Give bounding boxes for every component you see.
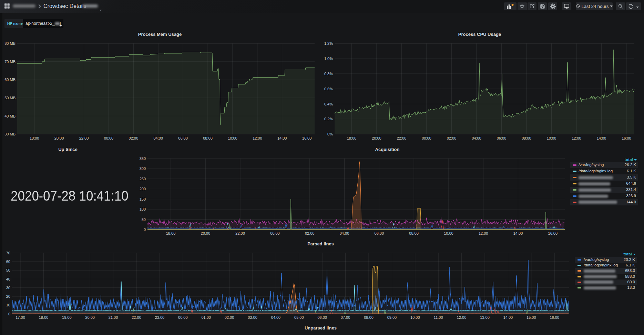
- svg-text:0.2%: 0.2%: [324, 117, 333, 121]
- svg-text:1.2%: 1.2%: [324, 41, 333, 45]
- svg-text:23:00: 23:00: [155, 315, 165, 319]
- svg-text:12:00: 12:00: [572, 136, 581, 140]
- svg-text:02:00: 02:00: [305, 231, 315, 235]
- svg-text:0.8%: 0.8%: [324, 72, 333, 76]
- svg-text:10:00: 10:00: [228, 136, 237, 140]
- svg-text:10:00: 10:00: [547, 136, 556, 140]
- svg-text:300: 300: [140, 166, 146, 171]
- svg-text:80 MB: 80 MB: [4, 41, 16, 45]
- svg-text:08:00: 08:00: [364, 315, 374, 319]
- svg-text:0.6%: 0.6%: [324, 87, 333, 91]
- svg-text:200: 200: [140, 187, 146, 191]
- svg-text:14:00: 14:00: [597, 136, 606, 140]
- svg-text:350: 350: [140, 156, 146, 161]
- svg-text:18:00: 18:00: [347, 136, 357, 140]
- svg-text:07:00: 07:00: [341, 315, 350, 319]
- svg-text:40 MB: 40 MB: [4, 114, 16, 118]
- svg-text:20:00: 20:00: [85, 315, 95, 319]
- svg-text:14:00: 14:00: [277, 136, 287, 140]
- svg-text:18:00: 18:00: [166, 231, 176, 235]
- svg-text:20: 20: [6, 294, 10, 298]
- svg-text:04:00: 04:00: [271, 315, 281, 319]
- svg-text:08:00: 08:00: [522, 136, 531, 140]
- svg-text:250: 250: [140, 177, 146, 181]
- svg-text:50: 50: [142, 217, 146, 222]
- svg-text:50 MB: 50 MB: [4, 96, 16, 100]
- svg-text:04:00: 04:00: [153, 136, 163, 140]
- svg-text:60 MB: 60 MB: [4, 78, 16, 82]
- svg-text:11:00: 11:00: [434, 315, 443, 319]
- svg-text:0: 0: [144, 227, 146, 232]
- svg-text:03:00: 03:00: [248, 315, 257, 319]
- svg-text:150: 150: [140, 197, 146, 201]
- svg-text:10: 10: [6, 303, 10, 307]
- svg-text:22:00: 22:00: [235, 231, 245, 235]
- svg-text:16:00: 16:00: [302, 136, 312, 140]
- svg-text:50: 50: [6, 268, 10, 272]
- svg-text:14:00: 14:00: [513, 231, 523, 235]
- svg-text:04:00: 04:00: [340, 231, 349, 235]
- svg-text:20:00: 20:00: [201, 231, 211, 235]
- svg-text:21:00: 21:00: [109, 315, 118, 319]
- svg-text:22:00: 22:00: [132, 315, 141, 319]
- svg-text:12:00: 12:00: [457, 315, 467, 319]
- svg-text:00:00: 00:00: [422, 136, 431, 140]
- svg-text:14:00: 14:00: [503, 315, 513, 319]
- svg-text:09:00: 09:00: [387, 315, 397, 319]
- svg-text:04:00: 04:00: [472, 136, 481, 140]
- svg-text:00:00: 00:00: [270, 231, 280, 235]
- svg-text:08:00: 08:00: [409, 231, 419, 235]
- svg-text:08:00: 08:00: [203, 136, 213, 140]
- svg-text:30: 30: [6, 286, 10, 290]
- svg-text:01:00: 01:00: [201, 315, 211, 319]
- svg-text:06:00: 06:00: [317, 315, 327, 319]
- svg-text:00:00: 00:00: [104, 136, 114, 140]
- svg-text:16:00: 16:00: [622, 136, 631, 140]
- svg-text:0.4%: 0.4%: [324, 102, 333, 106]
- svg-text:20:00: 20:00: [372, 136, 381, 140]
- svg-text:05:00: 05:00: [294, 315, 304, 319]
- svg-text:12:00: 12:00: [479, 231, 488, 235]
- svg-text:10:00: 10:00: [444, 231, 453, 235]
- svg-text:20:00: 20:00: [54, 136, 64, 140]
- svg-text:06:00: 06:00: [375, 231, 384, 235]
- svg-text:60: 60: [6, 260, 10, 264]
- svg-text:22:00: 22:00: [397, 136, 407, 140]
- svg-text:06:00: 06:00: [178, 136, 188, 140]
- svg-text:10:00: 10:00: [410, 315, 420, 319]
- svg-text:13:00: 13:00: [480, 315, 490, 319]
- svg-text:18:00: 18:00: [30, 136, 39, 140]
- svg-text:19:00: 19:00: [62, 315, 72, 319]
- svg-text:40: 40: [6, 277, 10, 281]
- svg-text:17:00: 17:00: [16, 315, 25, 319]
- svg-text:16:00: 16:00: [550, 315, 559, 319]
- svg-text:02:00: 02:00: [447, 136, 457, 140]
- svg-text:02:00: 02:00: [129, 136, 139, 140]
- svg-text:16:00: 16:00: [548, 231, 558, 235]
- svg-text:12:00: 12:00: [253, 136, 262, 140]
- svg-text:06:00: 06:00: [497, 136, 507, 140]
- svg-text:1.0%: 1.0%: [324, 57, 333, 61]
- svg-text:22:00: 22:00: [79, 136, 89, 140]
- svg-text:70 MB: 70 MB: [4, 60, 16, 64]
- svg-text:15:00: 15:00: [527, 315, 536, 319]
- svg-text:18:00: 18:00: [39, 315, 49, 319]
- svg-text:0: 0: [8, 312, 10, 316]
- svg-text:70: 70: [6, 251, 10, 255]
- svg-text:02:00: 02:00: [225, 315, 234, 319]
- svg-text:100: 100: [140, 207, 146, 211]
- svg-text:30 MB: 30 MB: [4, 132, 16, 136]
- svg-text:00:00: 00:00: [178, 315, 188, 319]
- svg-text:0%: 0%: [327, 132, 333, 136]
